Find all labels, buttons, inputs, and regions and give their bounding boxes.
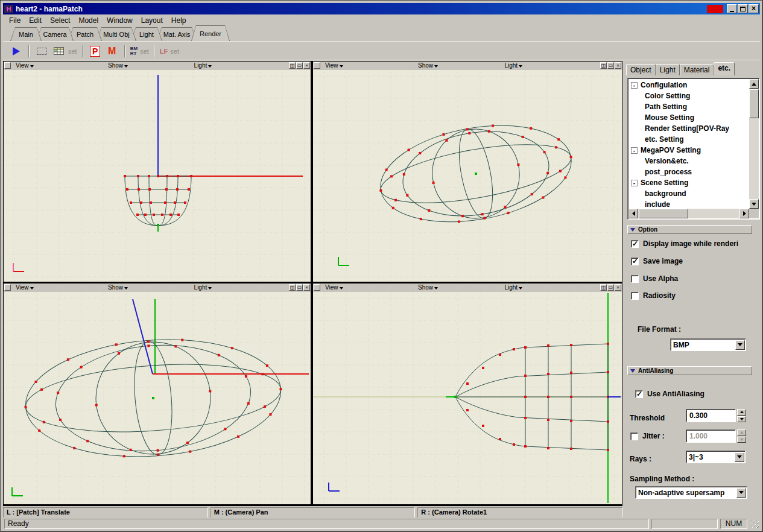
bm-rt-button[interactable]: BM RT	[130, 46, 138, 56]
viewport-canvas-side[interactable]	[313, 292, 622, 504]
tree-item-scene-setting[interactable]: -Scene Setting	[629, 177, 749, 188]
dropdown-button[interactable]	[735, 452, 744, 462]
tab-mat-axis[interactable]: Mat. Axis	[157, 27, 197, 41]
checkbox[interactable]	[631, 240, 639, 248]
dropdown-button[interactable]	[736, 488, 746, 498]
spin-up-button[interactable]	[737, 429, 746, 436]
lf-button[interactable]: LF	[160, 48, 168, 55]
checkbox[interactable]	[631, 292, 639, 300]
viewport-mode-button[interactable]	[314, 62, 320, 69]
viewport-maximize-button[interactable]: ▭	[607, 284, 614, 291]
tab-render[interactable]: Render	[191, 25, 230, 41]
resize-grip[interactable]	[751, 520, 759, 528]
viewport-maximize-button[interactable]: ▭	[607, 62, 614, 69]
use-antialiasing-checkbox[interactable]	[635, 390, 643, 398]
tree-item-include[interactable]: include	[629, 199, 749, 209]
menu-item-layout[interactable]: Layout	[137, 16, 167, 25]
viewport-mode-button[interactable]	[314, 284, 320, 291]
viewport-close-button[interactable]: ×	[303, 284, 310, 291]
tree-item-mouse-setting[interactable]: Mouse Setting	[629, 112, 749, 123]
tree-item-version-etc-[interactable]: Version&etc.	[629, 156, 749, 166]
tab-camera[interactable]: Camera	[36, 27, 74, 41]
viewport-light-menu[interactable]: Light	[504, 62, 522, 69]
tree-item-etc-setting[interactable]: etc. Setting	[629, 134, 749, 145]
tab-patch[interactable]: Patch	[68, 27, 102, 41]
scroll-left-button[interactable]	[628, 209, 638, 218]
tab-light[interactable]: Light	[131, 27, 162, 41]
viewport-view-menu[interactable]: View	[325, 62, 343, 69]
tab-main[interactable]: Main	[10, 27, 42, 41]
sampling-method-select[interactable]: Non-adaptive supersamp	[635, 486, 747, 499]
viewport-light-menu[interactable]: Light	[194, 283, 212, 291]
close-button[interactable]: ×	[749, 4, 759, 13]
scroll-up-button[interactable]	[749, 79, 759, 89]
file-format-select[interactable]: BMP	[670, 338, 746, 351]
viewport-split-button[interactable]: ◫	[289, 62, 296, 69]
threshold-input[interactable]: 0.300	[686, 409, 736, 422]
antialiasing-section-header[interactable]: AntiAliasing	[627, 366, 752, 375]
spin-down-button[interactable]	[737, 416, 746, 423]
viewport-close-button[interactable]: ×	[615, 284, 621, 291]
dropdown-button[interactable]	[735, 340, 745, 350]
tree-item-post-process[interactable]: post_process	[629, 166, 749, 177]
viewport-view-menu[interactable]: View	[325, 283, 343, 291]
tree-item-configulation[interactable]: -Configulation	[629, 80, 749, 90]
title-bar[interactable]: H heart2 - hamaPatch ×	[3, 3, 760, 14]
menu-item-select[interactable]: Select	[46, 16, 74, 25]
viewport-light-menu[interactable]: Light	[194, 62, 212, 69]
viewport-view-menu[interactable]: View	[16, 283, 34, 291]
viewport-split-button[interactable]: ◫	[600, 62, 607, 69]
tree-item-path-setting[interactable]: Path Setting	[629, 101, 749, 112]
tab-multi-obj[interactable]: Multi Obj	[97, 27, 136, 41]
tree-item-background[interactable]: background	[629, 188, 749, 199]
maximize-button[interactable]	[738, 4, 748, 13]
tree-vertical-scrollbar[interactable]	[749, 79, 759, 209]
viewport-mode-button[interactable]	[4, 62, 11, 69]
rays-select[interactable]: 3|~3	[686, 451, 746, 463]
viewport-light-menu[interactable]: Light	[504, 283, 522, 291]
tree-item-color-setting[interactable]: Color Setting	[629, 90, 749, 101]
viewport-split-button[interactable]: ◫	[600, 284, 607, 291]
viewport-close-button[interactable]: ×	[303, 62, 310, 69]
viewport-canvas-top[interactable]	[4, 292, 311, 504]
spin-down-button[interactable]	[737, 437, 746, 443]
viewport-view-menu[interactable]: View	[16, 62, 34, 69]
viewport-show-menu[interactable]: Show	[418, 283, 438, 291]
jitter-input[interactable]: 1.000	[686, 429, 736, 443]
horizontal-scroll-thumb[interactable]	[639, 209, 688, 218]
panel-tab-light[interactable]: Light	[656, 64, 680, 75]
viewport-canvas-front[interactable]	[4, 70, 311, 282]
vertical-scroll-thumb[interactable]	[749, 89, 759, 118]
patch-grid-button[interactable]	[51, 45, 66, 58]
panel-tab-material[interactable]: Material	[680, 64, 714, 75]
viewport-show-menu[interactable]: Show	[108, 62, 128, 69]
render-start-button[interactable]	[9, 45, 24, 58]
viewport-maximize-button[interactable]: ▭	[296, 62, 303, 69]
menu-item-file[interactable]: File	[5, 16, 25, 25]
checkbox[interactable]	[631, 258, 639, 265]
set-label-1[interactable]: set	[68, 48, 77, 55]
tree-horizontal-scrollbar[interactable]	[628, 209, 749, 218]
megapov-button[interactable]: M	[105, 45, 119, 58]
menu-item-edit[interactable]: Edit	[25, 16, 46, 25]
panel-tab-object[interactable]: Object	[626, 64, 656, 75]
scroll-down-button[interactable]	[749, 199, 759, 209]
viewport-show-menu[interactable]: Show	[418, 62, 438, 69]
tree-item-megapov-setting[interactable]: -MegaPOV Setting	[629, 145, 749, 156]
tree-expander-icon[interactable]: -	[631, 147, 638, 154]
menu-item-help[interactable]: Help	[167, 16, 191, 25]
jitter-checkbox[interactable]	[630, 432, 638, 440]
tree-expander-icon[interactable]: -	[631, 82, 638, 89]
viewport-split-button[interactable]: ◫	[289, 284, 296, 291]
marquee-select-button[interactable]	[34, 45, 49, 58]
viewport-mode-button[interactable]	[4, 284, 11, 291]
tree-item-render-setting-pov-ray[interactable]: Render Setting[POV-Ray	[629, 123, 749, 134]
panel-tab-etc[interactable]: etc.	[714, 62, 735, 75]
viewport-show-menu[interactable]: Show	[108, 283, 128, 291]
scroll-right-button[interactable]	[739, 209, 749, 218]
povray-button[interactable]: P	[88, 45, 103, 58]
checkbox[interactable]	[631, 275, 639, 283]
viewport-maximize-button[interactable]: ▭	[296, 284, 303, 291]
set-label-3[interactable]: set	[170, 48, 179, 55]
minimize-button[interactable]	[727, 4, 737, 13]
